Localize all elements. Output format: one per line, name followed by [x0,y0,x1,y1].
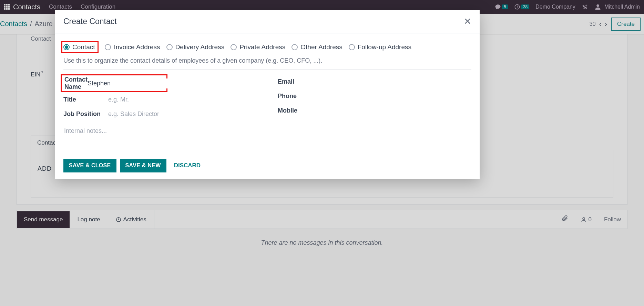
radio-invoice-address[interactable]: Invoice Address [105,43,160,51]
phone-input[interactable] [323,91,471,101]
radio-private-label: Private Address [239,43,285,51]
job-position-row: Job Position [63,107,257,121]
title-input[interactable] [108,95,257,105]
radio-contact[interactable]: Contact [63,43,95,51]
discard-button[interactable]: DISCARD [170,158,205,173]
email-row: Email [278,74,471,89]
internal-notes-input[interactable]: Internal notes... [63,125,471,148]
form-grid: Contact Name Title Job Position Email [63,70,471,121]
radio-followup-label: Follow-up Address [358,43,411,51]
mobile-row: Mobile [278,103,471,118]
mobile-label: Mobile [278,107,323,114]
modal-title: Create Contact [63,17,117,26]
radio-delivery-address[interactable]: Delivery Address [166,43,225,51]
highlight-contact-radio: Contact [61,41,99,53]
modal-header: Create Contact ✕ [55,10,480,33]
email-input[interactable] [323,77,471,87]
radio-followup-address[interactable]: Follow-up Address [349,43,411,51]
highlight-contact-name-row: Contact Name [61,74,167,92]
phone-label: Phone [278,93,323,100]
radio-delivery-label: Delivery Address [175,43,225,51]
radio-circle-icon [105,44,111,50]
create-contact-modal: Create Contact ✕ Contact Invoice Address… [55,10,480,179]
radio-circle-icon [166,44,173,50]
contact-name-input[interactable] [88,78,167,88]
job-position-label: Job Position [63,110,108,118]
job-position-input[interactable] [108,109,257,119]
radio-circle-icon [231,44,237,50]
radio-private-address[interactable]: Private Address [231,43,285,51]
radio-other-address[interactable]: Other Address [292,43,342,51]
contact-type-radio-group: Contact Invoice Address Delivery Address… [63,41,471,53]
save-close-button[interactable]: SAVE & CLOSE [63,159,116,172]
modal-footer: SAVE & CLOSE SAVE & NEW DISCARD [55,152,480,179]
modal-body: Contact Invoice Address Delivery Address… [55,33,480,152]
radio-circle-icon [349,44,355,50]
radio-invoice-label: Invoice Address [114,43,160,51]
contact-name-row: Contact Name [64,76,166,91]
radio-contact-label: Contact [72,43,95,51]
email-label: Email [278,78,323,85]
title-label: Title [63,96,108,103]
contact-type-hint: Use this to organize the contact details… [63,57,471,64]
contact-name-label: Contact Name [64,76,88,91]
close-icon[interactable]: ✕ [464,16,471,27]
radio-dot-icon [63,44,70,50]
mobile-input[interactable] [323,106,471,116]
radio-circle-icon [292,44,298,50]
save-new-button[interactable]: SAVE & NEW [120,159,166,172]
phone-row: Phone [278,89,471,103]
radio-other-label: Other Address [300,43,342,51]
title-row: Title [63,92,257,107]
